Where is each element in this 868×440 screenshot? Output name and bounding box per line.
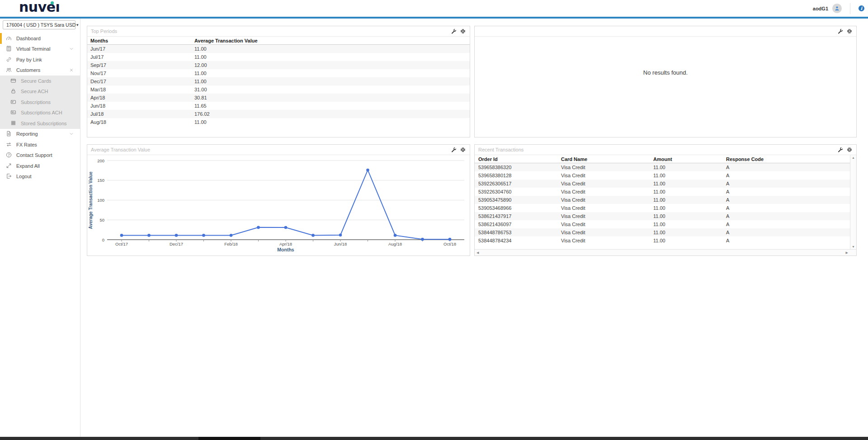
column-header-amount: Amount bbox=[653, 156, 726, 162]
table-row: Mar/1831.00 bbox=[87, 85, 470, 94]
cell: Jun/18 bbox=[87, 103, 194, 109]
svg-text:50: 50 bbox=[99, 218, 104, 222]
sidebar-item-label: Expand All bbox=[16, 163, 40, 169]
cell: 11.00 bbox=[653, 213, 726, 219]
cell: Aug/18 bbox=[87, 119, 194, 125]
panel-title: Top Periods bbox=[91, 28, 447, 34]
sidebar-item-stored-subscriptions[interactable]: Stored Subscriptions bbox=[0, 118, 80, 129]
svg-text:Average Transaction Value: Average Transaction Value bbox=[88, 171, 93, 229]
expand-all-icon bbox=[6, 163, 12, 169]
sidebar-item-label: Contact Support bbox=[16, 152, 52, 158]
vertical-scrollbar[interactable]: ▲ ▼ bbox=[850, 155, 856, 249]
cell: A bbox=[726, 165, 851, 170]
customers-icon bbox=[6, 67, 12, 73]
scroll-up-icon[interactable]: ▲ bbox=[850, 156, 856, 159]
table-row: Apr/1830.81 bbox=[87, 94, 470, 102]
scroll-down-icon[interactable]: ▼ bbox=[850, 245, 856, 248]
wrench-icon[interactable] bbox=[451, 28, 457, 34]
table-row: 539053475890Visa Credit11.00A bbox=[475, 196, 851, 204]
account-selector[interactable]: 176004 ( USD ) TSYS Sara USD ▼ bbox=[3, 20, 75, 29]
page-scrollbar-thumb[interactable] bbox=[198, 437, 260, 440]
horizontal-scrollbar[interactable]: ◀ ▶ bbox=[475, 249, 856, 255]
sidebar-item-logout[interactable]: Logout bbox=[0, 171, 80, 182]
info-icon[interactable]: i bbox=[859, 5, 864, 11]
sidebar-item-dashboard[interactable]: Dashboard bbox=[0, 33, 80, 44]
cell: Visa Credit bbox=[561, 205, 653, 211]
user-avatar-button[interactable] bbox=[832, 4, 842, 13]
table-header-row: MonthsAverage Transaction Value bbox=[87, 37, 470, 45]
sidebar-item-customers[interactable]: Customers bbox=[0, 65, 80, 76]
compress-icon[interactable] bbox=[460, 28, 466, 34]
compress-icon[interactable] bbox=[847, 28, 853, 34]
sidebar-item-subscriptions[interactable]: Subscriptions bbox=[0, 97, 80, 108]
close-icon[interactable] bbox=[69, 68, 74, 73]
svg-text:100: 100 bbox=[97, 198, 104, 203]
sidebar-item-label: Dashboard bbox=[16, 36, 41, 41]
sidebar-item-label: Reporting bbox=[16, 131, 38, 137]
cell: 11.00 bbox=[194, 119, 470, 125]
compress-icon[interactable] bbox=[847, 147, 853, 153]
subscriptions-ach-icon bbox=[10, 109, 17, 116]
table-row: 539226306517Visa Credit11.00A bbox=[475, 180, 851, 188]
cell: 11.00 bbox=[653, 189, 726, 194]
sidebar-item-label: Secure Cards bbox=[21, 78, 51, 84]
cell: 11.00 bbox=[194, 46, 470, 52]
cell: 539658380128 bbox=[475, 173, 561, 178]
cell: A bbox=[726, 205, 851, 211]
chevron-down-icon[interactable] bbox=[69, 132, 74, 137]
wrench-icon[interactable] bbox=[837, 147, 843, 153]
page-horizontal-scrollbar[interactable] bbox=[0, 437, 868, 440]
data-point bbox=[257, 226, 260, 229]
panel-title: Average Transaction Value bbox=[91, 147, 447, 152]
sidebar-item-reporting[interactable]: Reporting bbox=[0, 129, 80, 140]
sidebar-item-secure-ach[interactable]: Secure ACH bbox=[0, 86, 80, 97]
sidebar-item-contact-support[interactable]: Contact Support bbox=[0, 150, 80, 161]
compress-icon[interactable] bbox=[460, 147, 466, 153]
cell: A bbox=[726, 238, 851, 243]
chevron-down-icon[interactable] bbox=[69, 47, 74, 52]
sidebar-item-label: Secure ACH bbox=[21, 89, 48, 94]
sidebar-item-subscriptions-ach[interactable]: Subscriptions ACH bbox=[0, 108, 80, 118]
wrench-icon[interactable] bbox=[451, 147, 457, 153]
svg-text:Apr/18: Apr/18 bbox=[279, 241, 292, 246]
cell: Visa Credit bbox=[561, 189, 653, 194]
sidebar-item-expand-all[interactable]: Expand All bbox=[0, 161, 80, 171]
svg-text:Aug/18: Aug/18 bbox=[388, 241, 402, 246]
secure-ach-icon bbox=[10, 88, 17, 95]
reporting-icon bbox=[6, 131, 12, 137]
nuvei-logo: nuveı bbox=[19, 0, 60, 15]
column-header-response-code: Response Code bbox=[726, 156, 851, 162]
cell: Visa Credit bbox=[561, 213, 653, 219]
subscriptions-icon bbox=[10, 99, 17, 105]
table-row: Dec/1711.00 bbox=[87, 77, 470, 85]
table-row: Sep/1712.00 bbox=[87, 61, 470, 69]
average-transaction-value-panel: Average Transaction Value 050100150200Oc… bbox=[87, 144, 470, 256]
cell: Visa Credit bbox=[561, 173, 653, 178]
cell: A bbox=[726, 189, 851, 194]
sidebar-item-label: FX Rates bbox=[16, 142, 37, 147]
cell: A bbox=[726, 181, 851, 186]
stored-subscriptions-icon bbox=[10, 120, 17, 127]
table-row: Aug/1811.00 bbox=[87, 118, 470, 126]
sidebar-item-fx-rates[interactable]: FX Rates bbox=[0, 139, 80, 150]
sidebar-item-secure-cards[interactable]: Secure Cards bbox=[0, 76, 80, 86]
header-accent-line bbox=[0, 17, 868, 19]
cell: 538448784234 bbox=[475, 238, 561, 243]
virtual-terminal-icon bbox=[6, 46, 12, 52]
wrench-icon[interactable] bbox=[837, 28, 843, 34]
cell: Sep/17 bbox=[87, 62, 194, 68]
cell: Visa Credit bbox=[561, 165, 653, 170]
svg-text:Jun/18: Jun/18 bbox=[334, 241, 347, 246]
data-point bbox=[366, 169, 369, 172]
panel-title: Recent Transactions bbox=[478, 147, 834, 152]
sidebar-item-pay-by-link[interactable]: Pay by Link bbox=[0, 54, 80, 65]
cell: 11.00 bbox=[653, 238, 726, 243]
cell: A bbox=[726, 230, 851, 235]
scroll-left-icon[interactable]: ◀ bbox=[476, 251, 479, 255]
account-selector-value: 176004 ( USD ) TSYS Sara USD bbox=[6, 22, 75, 28]
data-point bbox=[120, 234, 123, 237]
scroll-right-icon[interactable]: ▶ bbox=[846, 251, 848, 255]
cell: 538448786753 bbox=[475, 230, 561, 235]
link-icon bbox=[6, 57, 12, 63]
sidebar-item-virtual-terminal[interactable]: Virtual Terminal bbox=[0, 44, 80, 55]
